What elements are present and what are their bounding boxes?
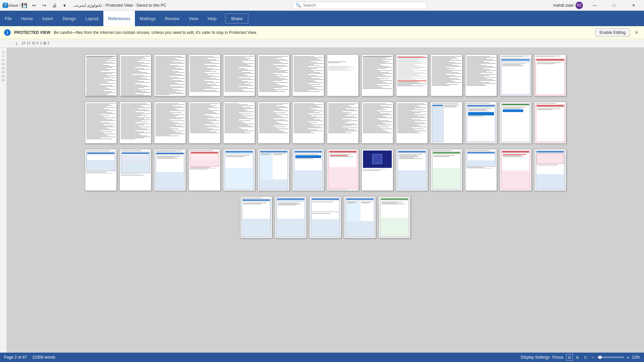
pages-row-4 (240, 196, 410, 238)
page-thumb[interactable] (361, 102, 393, 144)
search-icon: 🔍 (296, 3, 301, 8)
doc-title: تکنولوژی اینترنت - Protected View - Save… (74, 3, 166, 8)
page-thumb[interactable] (534, 149, 566, 191)
page-thumb[interactable] (327, 102, 359, 144)
qat-more[interactable]: ▾ (60, 1, 68, 9)
protected-view-bar: i PROTECTED VIEW Be careful—files from t… (0, 26, 644, 39)
page-thumb[interactable] (327, 54, 359, 96)
autosave-toggle[interactable]: AutoSave OFF (10, 1, 18, 9)
user-name: mahdi ziaei (553, 3, 574, 8)
ribbon: File Home Insert Design Layout Reference… (0, 11, 644, 26)
page-thumb[interactable] (119, 54, 151, 96)
page-thumb[interactable] (119, 149, 151, 191)
page-thumb[interactable] (396, 149, 428, 191)
main-area: 2 2 6 10 14 18 22 26 (0, 48, 644, 353)
page-thumb[interactable] (309, 196, 341, 238)
ruler-val-1: 18 (21, 41, 25, 45)
page-thumb[interactable] (534, 102, 566, 144)
page-thumb[interactable] (465, 149, 497, 191)
close-button[interactable]: ✕ (626, 0, 641, 11)
page-thumb[interactable] (85, 102, 117, 144)
page-thumb[interactable] (465, 102, 497, 144)
tab-home[interactable]: Home (16, 11, 38, 26)
page-thumb[interactable] (396, 102, 428, 144)
maximize-button[interactable]: □ (606, 0, 622, 11)
protected-label: PROTECTED VIEW (14, 30, 50, 35)
page-thumb[interactable] (85, 54, 117, 96)
page-thumb[interactable] (500, 54, 532, 96)
page-thumb[interactable] (292, 102, 324, 144)
search-input[interactable] (303, 3, 424, 8)
page-thumb[interactable] (258, 102, 290, 144)
redo-button[interactable]: ↪ (40, 1, 48, 9)
page-thumb[interactable] (189, 54, 220, 96)
status-left: Page 2 of 47 10308 words (4, 355, 55, 360)
page-thumb[interactable] (85, 149, 117, 191)
page-thumb[interactable] (500, 102, 532, 144)
zoom-plus[interactable]: + (627, 355, 629, 360)
page-thumb[interactable] (465, 54, 497, 96)
save-button[interactable]: 💾 (20, 1, 28, 9)
page-thumb[interactable] (500, 149, 532, 191)
pages-container (13, 54, 637, 238)
tab-layout[interactable]: Layout (81, 11, 103, 26)
page-thumb[interactable] (154, 54, 186, 96)
view-buttons: ☰ ⊞ ⊡ (566, 354, 589, 361)
zoom-slider[interactable] (597, 357, 624, 358)
page-thumb[interactable] (223, 54, 255, 96)
page-thumb[interactable] (119, 102, 151, 144)
web-view-btn[interactable]: ⊡ (582, 354, 589, 361)
reading-view-btn[interactable]: ⊞ (574, 354, 581, 361)
ruler-val-4: 6 (37, 41, 39, 45)
minimize-button[interactable]: — (587, 0, 602, 11)
page-thumb[interactable] (361, 54, 393, 96)
page-thumb[interactable] (431, 54, 462, 96)
enable-editing-button[interactable]: Enable Editing (595, 29, 630, 37)
page-thumb[interactable] (292, 149, 324, 191)
tab-references[interactable]: References (103, 11, 135, 26)
tab-design[interactable]: Design (58, 11, 81, 26)
page-thumb[interactable] (189, 149, 220, 191)
zoom-minus[interactable]: − (592, 355, 594, 360)
page-thumb[interactable] (154, 149, 186, 191)
ruler-val-6: 2 (48, 41, 50, 45)
focus-btn[interactable]: Focus (552, 355, 563, 360)
page-thumb[interactable] (240, 196, 272, 238)
page-thumb[interactable] (534, 54, 566, 96)
print-view-btn[interactable]: ☰ (566, 354, 573, 361)
share-button[interactable]: Share (225, 13, 248, 23)
document-view[interactable] (7, 48, 644, 353)
page-thumb[interactable] (361, 149, 393, 191)
page-thumb[interactable] (431, 149, 462, 191)
page-thumb[interactable] (258, 54, 290, 96)
display-settings-btn[interactable]: Display Settings (521, 355, 550, 360)
page-thumb[interactable] (275, 196, 307, 238)
page-thumb[interactable] (344, 196, 376, 238)
tab-mailings[interactable]: Mailings (135, 11, 160, 26)
ruler-toggle[interactable]: L (13, 40, 20, 47)
ruler-bar: L 18 14 10 6 2 ⊠ 2 (0, 39, 644, 48)
undo-button[interactable]: ↩ (30, 1, 38, 9)
page-thumb[interactable] (431, 102, 462, 144)
close-protected-bar[interactable]: ✕ (633, 29, 640, 36)
ruler-val-2: 14 (27, 41, 30, 45)
page-thumb[interactable] (223, 102, 255, 144)
user-avatar[interactable]: MZ (576, 2, 583, 9)
ruler-val-5: 2 (40, 41, 42, 45)
tab-file[interactable]: File (0, 11, 16, 26)
print-button[interactable]: 🖨 (50, 1, 58, 9)
page-thumb[interactable] (292, 54, 324, 96)
page-thumb[interactable] (396, 54, 428, 96)
tab-view[interactable]: View (184, 11, 203, 26)
page-thumb[interactable] (189, 102, 220, 144)
search-box[interactable]: 🔍 (293, 2, 427, 9)
page-thumb[interactable] (223, 149, 255, 191)
tab-insert[interactable]: Insert (38, 11, 58, 26)
page-thumb[interactable] (258, 149, 290, 191)
tab-help[interactable]: Help (203, 11, 221, 26)
page-thumb[interactable] (327, 149, 359, 191)
page-thumb[interactable] (379, 196, 410, 238)
page-thumb[interactable] (154, 102, 186, 144)
ruler-icon: ⊠ (43, 41, 46, 45)
tab-review[interactable]: Review (160, 11, 184, 26)
